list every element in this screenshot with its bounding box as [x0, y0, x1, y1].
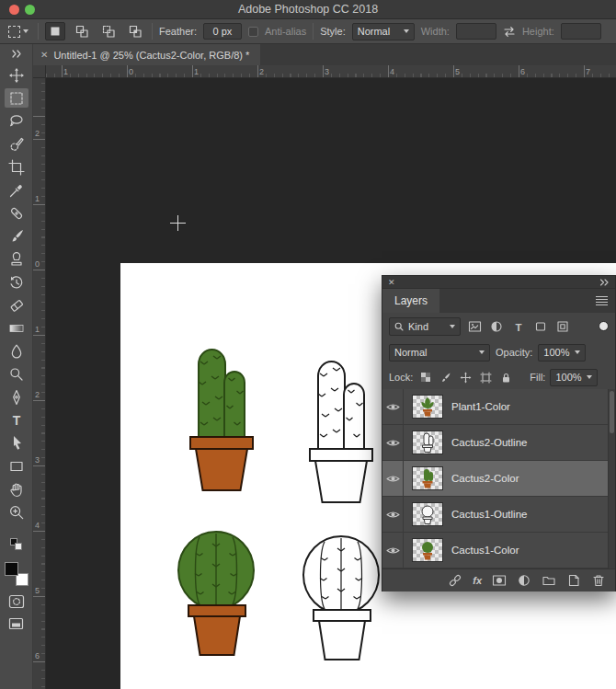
- ruler-label: 7: [586, 67, 590, 76]
- layer-row-selected[interactable]: Cactus2-Color: [382, 461, 615, 497]
- collapse-panel-button[interactable]: [599, 277, 610, 288]
- tab-layers[interactable]: Layers: [382, 289, 439, 313]
- document-tab[interactable]: ✕ Untitled-1 @ 25% (Cactus2-Color, RGB/8…: [33, 44, 260, 65]
- blend-mode-dropdown[interactable]: Normal: [389, 344, 490, 362]
- color-swatches[interactable]: [5, 562, 29, 586]
- svg-text:T: T: [515, 321, 521, 332]
- vertical-ruler[interactable]: 2 1 0 1 2 3 4 5 6: [33, 78, 46, 689]
- layer-row[interactable]: Cactus2-Outline: [382, 425, 615, 461]
- document-tab-bar: ✕ Untitled-1 @ 25% (Cactus2-Color, RGB/8…: [33, 44, 616, 65]
- antialias-checkbox[interactable]: [248, 27, 258, 37]
- pen-tool[interactable]: [5, 387, 29, 407]
- ruler-label: 4: [35, 521, 40, 530]
- dodge-tool[interactable]: [5, 364, 29, 384]
- visibility-toggle[interactable]: [382, 461, 404, 496]
- layer-thumbnail[interactable]: [412, 466, 443, 490]
- fill-label: Fill:: [530, 372, 545, 383]
- rectangular-marquee-tool[interactable]: [5, 88, 29, 108]
- gradient-tool[interactable]: [5, 318, 29, 338]
- layer-thumbnail[interactable]: [412, 395, 443, 419]
- type-layer-filter-button[interactable]: T: [510, 318, 527, 335]
- fill-combo[interactable]: 100%: [550, 369, 598, 386]
- tool-preset-picker[interactable]: [6, 24, 31, 40]
- lock-artboard-button[interactable]: [478, 370, 494, 385]
- delete-layer-trash-icon[interactable]: [591, 573, 606, 588]
- filtering-toggle[interactable]: [599, 321, 609, 331]
- default-colors-icon[interactable]: [10, 538, 22, 550]
- screen-mode-icon[interactable]: [8, 617, 24, 630]
- layer-row[interactable]: Cactus1-Color: [382, 533, 615, 568]
- scrollbar-thumb[interactable]: [610, 391, 614, 433]
- layer-name[interactable]: Cactus2-Color: [451, 473, 519, 484]
- chevron-down-icon: [587, 375, 592, 379]
- shape-layer-filter-button[interactable]: [532, 318, 549, 335]
- layer-mask-icon[interactable]: [492, 573, 507, 588]
- layers-scrollbar[interactable]: [608, 389, 615, 568]
- blur-tool[interactable]: [5, 341, 29, 361]
- gradient-icon: [8, 320, 25, 337]
- quick-selection-tool[interactable]: [5, 134, 29, 154]
- opacity-value: 100%: [543, 347, 570, 358]
- new-selection-mode-button[interactable]: [45, 22, 65, 40]
- clone-stamp-tool[interactable]: [5, 249, 29, 269]
- visibility-toggle[interactable]: [382, 389, 404, 424]
- lock-all-button[interactable]: [498, 370, 514, 385]
- layer-name[interactable]: Cactus2-Outline: [451, 437, 527, 448]
- style-dropdown[interactable]: Normal: [352, 23, 415, 40]
- layer-thumbnail[interactable]: [412, 538, 443, 562]
- layer-name[interactable]: Cactus1-Color: [451, 545, 519, 556]
- new-layer-icon[interactable]: [566, 573, 581, 588]
- smart-object-filter-button[interactable]: [554, 318, 571, 335]
- close-document-icon[interactable]: ✕: [40, 50, 48, 60]
- layer-thumbnail[interactable]: [412, 431, 443, 454]
- visibility-toggle[interactable]: [382, 533, 404, 568]
- swap-width-height-icon[interactable]: [503, 26, 516, 38]
- height-input[interactable]: [561, 23, 601, 40]
- pixel-layer-filter-button[interactable]: [466, 318, 483, 335]
- lock-position-button[interactable]: [458, 370, 473, 385]
- foreground-color-swatch[interactable]: [5, 562, 18, 576]
- move-tool[interactable]: [5, 65, 29, 85]
- panel-menu-icon[interactable]: [596, 296, 608, 305]
- double-chevron-right-icon: [11, 50, 22, 58]
- lock-transparency-button[interactable]: [417, 370, 433, 385]
- layer-name[interactable]: Plant1-Color: [451, 401, 510, 412]
- lasso-tool[interactable]: [5, 111, 29, 131]
- subtract-from-selection-mode-button[interactable]: [98, 22, 119, 40]
- blur-drop-icon: [8, 343, 25, 360]
- layer-row[interactable]: Cactus1-Outline: [382, 497, 615, 533]
- type-tool[interactable]: T: [5, 410, 29, 430]
- visibility-toggle[interactable]: [382, 497, 404, 532]
- intersect-selection-mode-button[interactable]: [125, 22, 145, 40]
- ruler-origin-corner[interactable]: [33, 65, 46, 78]
- layer-row[interactable]: Plant1-Color: [382, 389, 615, 425]
- layer-thumbnail[interactable]: [412, 502, 443, 526]
- rectangle-tool[interactable]: [5, 456, 29, 476]
- adjustment-layer-icon[interactable]: [517, 573, 531, 588]
- crop-tool[interactable]: [5, 157, 29, 177]
- eraser-tool[interactable]: [5, 295, 29, 315]
- layer-name[interactable]: Cactus1-Outline: [451, 509, 527, 520]
- kind-filter-dropdown[interactable]: Kind: [389, 317, 461, 336]
- spot-healing-brush-tool[interactable]: [5, 203, 29, 223]
- horizontal-ruler[interactable]: 1 0 1 2 3 4 5 6 7: [46, 65, 616, 78]
- layer-style-button[interactable]: fx: [473, 575, 482, 586]
- adjustment-layer-filter-button[interactable]: [488, 318, 505, 335]
- history-brush-tool[interactable]: [5, 272, 29, 292]
- feather-input[interactable]: [203, 23, 242, 40]
- link-layers-icon[interactable]: [448, 573, 462, 588]
- path-selection-tool[interactable]: [5, 433, 29, 453]
- new-group-folder-icon[interactable]: [542, 573, 556, 588]
- tools-collapse-button[interactable]: [0, 48, 32, 59]
- brush-tool[interactable]: [5, 226, 29, 246]
- visibility-toggle[interactable]: [382, 425, 404, 460]
- lock-image-button[interactable]: [438, 370, 453, 385]
- quick-mask-icon[interactable]: [8, 594, 25, 609]
- zoom-tool[interactable]: [5, 502, 29, 522]
- eyedropper-tool[interactable]: [5, 180, 29, 200]
- width-input[interactable]: [456, 23, 496, 40]
- add-to-selection-mode-button[interactable]: [72, 22, 92, 40]
- close-panel-icon[interactable]: ✕: [388, 276, 395, 289]
- hand-tool[interactable]: [5, 479, 29, 499]
- opacity-combo[interactable]: 100%: [538, 344, 586, 362]
